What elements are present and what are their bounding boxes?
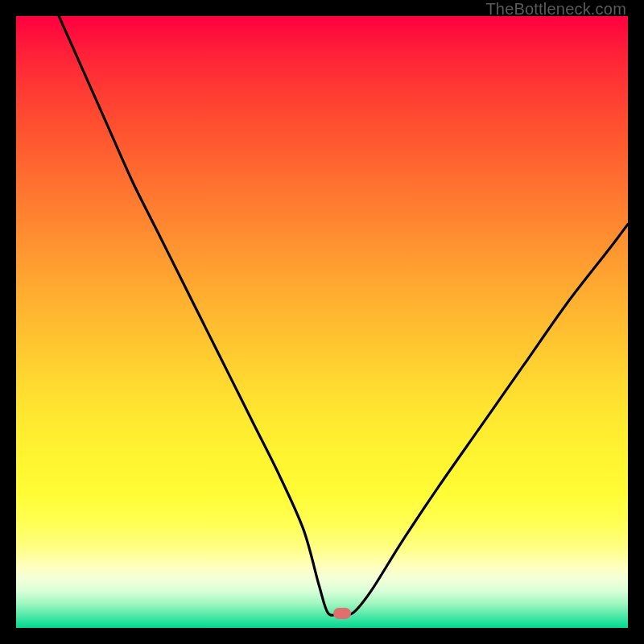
plot-area	[16, 16, 628, 628]
watermark-text: TheBottleneck.com	[485, 0, 626, 19]
curve-path	[59, 16, 628, 615]
bottleneck-curve	[16, 16, 628, 628]
optimum-marker	[333, 608, 351, 619]
chart-frame: TheBottleneck.com	[0, 0, 644, 644]
